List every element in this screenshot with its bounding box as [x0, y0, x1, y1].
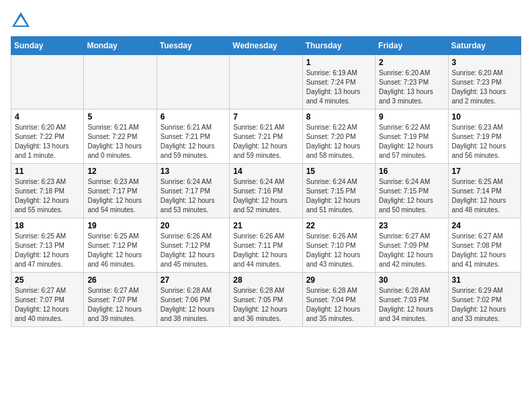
calendar-cell: 2Sunrise: 6:20 AM Sunset: 7:23 PM Daylig… [375, 55, 448, 109]
day-info: Sunrise: 6:23 AM Sunset: 7:19 PM Dayligh… [452, 124, 506, 159]
day-number: 3 [452, 58, 517, 67]
day-info: Sunrise: 6:28 AM Sunset: 7:04 PM Dayligh… [306, 287, 361, 322]
day-info: Sunrise: 6:28 AM Sunset: 7:03 PM Dayligh… [379, 287, 433, 322]
calendar-cell [11, 55, 84, 109]
calendar-cell: 22Sunrise: 6:26 AM Sunset: 7:10 PM Dayli… [302, 218, 375, 273]
day-number: 26 [87, 275, 152, 285]
calendar-cell: 9Sunrise: 6:22 AM Sunset: 7:19 PM Daylig… [375, 109, 448, 164]
calendar-cell: 4Sunrise: 6:20 AM Sunset: 7:22 PM Daylig… [11, 109, 84, 164]
day-number: 14 [233, 167, 298, 176]
day-info: Sunrise: 6:26 AM Sunset: 7:10 PM Dayligh… [306, 232, 361, 268]
calendar-cell: 26Sunrise: 6:27 AM Sunset: 7:07 PM Dayli… [84, 273, 157, 327]
calendar-cell: 29Sunrise: 6:28 AM Sunset: 7:04 PM Dayli… [302, 273, 375, 327]
day-number: 2 [379, 58, 444, 67]
day-number: 8 [306, 112, 371, 122]
calendar-cell: 20Sunrise: 6:26 AM Sunset: 7:12 PM Dayli… [157, 218, 229, 273]
day-number: 1 [306, 58, 371, 67]
calendar-cell: 5Sunrise: 6:21 AM Sunset: 7:22 PM Daylig… [84, 109, 157, 164]
calendar-cell: 19Sunrise: 6:25 AM Sunset: 7:12 PM Dayli… [84, 218, 157, 273]
day-number: 13 [161, 167, 226, 176]
col-header-wednesday: Wednesday [230, 37, 302, 55]
day-number: 18 [15, 221, 80, 230]
day-info: Sunrise: 6:27 AM Sunset: 7:07 PM Dayligh… [87, 287, 142, 322]
calendar-week-4: 18Sunrise: 6:25 AM Sunset: 7:13 PM Dayli… [11, 218, 521, 273]
day-info: Sunrise: 6:24 AM Sunset: 7:17 PM Dayligh… [161, 178, 215, 214]
day-number: 31 [452, 275, 517, 285]
col-header-friday: Friday [375, 37, 448, 55]
calendar-week-2: 4Sunrise: 6:20 AM Sunset: 7:22 PM Daylig… [11, 109, 521, 164]
day-number: 22 [306, 221, 371, 230]
calendar-table: SundayMondayTuesdayWednesdayThursdayFrid… [11, 36, 521, 327]
logo-icon [11, 11, 31, 31]
day-number: 6 [161, 112, 226, 122]
day-number: 9 [379, 112, 444, 122]
day-number: 5 [87, 112, 152, 122]
day-info: Sunrise: 6:26 AM Sunset: 7:11 PM Dayligh… [233, 232, 287, 268]
day-number: 11 [15, 167, 80, 176]
calendar-cell: 31Sunrise: 6:29 AM Sunset: 7:02 PM Dayli… [448, 273, 521, 327]
day-number: 7 [233, 112, 298, 122]
day-info: Sunrise: 6:24 AM Sunset: 7:15 PM Dayligh… [306, 178, 361, 214]
calendar-cell: 8Sunrise: 6:22 AM Sunset: 7:20 PM Daylig… [302, 109, 375, 164]
day-number: 19 [87, 221, 152, 230]
day-number: 30 [379, 275, 444, 285]
day-number: 28 [233, 275, 298, 285]
calendar-cell: 28Sunrise: 6:28 AM Sunset: 7:05 PM Dayli… [230, 273, 302, 327]
day-number: 16 [379, 167, 444, 176]
calendar-cell [84, 55, 157, 109]
day-info: Sunrise: 6:27 AM Sunset: 7:09 PM Dayligh… [379, 232, 433, 268]
day-info: Sunrise: 6:28 AM Sunset: 7:06 PM Dayligh… [161, 287, 215, 322]
day-number: 23 [379, 221, 444, 230]
day-info: Sunrise: 6:25 AM Sunset: 7:12 PM Dayligh… [87, 232, 142, 268]
col-header-monday: Monday [84, 37, 157, 55]
day-info: Sunrise: 6:22 AM Sunset: 7:20 PM Dayligh… [306, 124, 361, 159]
calendar-cell [230, 55, 302, 109]
day-number: 4 [15, 112, 80, 122]
calendar-cell: 23Sunrise: 6:27 AM Sunset: 7:09 PM Dayli… [375, 218, 448, 273]
calendar-cell: 30Sunrise: 6:28 AM Sunset: 7:03 PM Dayli… [375, 273, 448, 327]
day-info: Sunrise: 6:19 AM Sunset: 7:24 PM Dayligh… [306, 69, 361, 105]
col-header-saturday: Saturday [448, 37, 521, 55]
calendar-cell: 7Sunrise: 6:21 AM Sunset: 7:21 PM Daylig… [230, 109, 302, 164]
calendar-cell: 27Sunrise: 6:28 AM Sunset: 7:06 PM Dayli… [157, 273, 229, 327]
calendar-week-5: 25Sunrise: 6:27 AM Sunset: 7:07 PM Dayli… [11, 273, 521, 327]
day-info: Sunrise: 6:24 AM Sunset: 7:15 PM Dayligh… [379, 178, 433, 214]
day-info: Sunrise: 6:20 AM Sunset: 7:23 PM Dayligh… [452, 69, 506, 105]
page-header [11, 11, 521, 31]
calendar-cell: 14Sunrise: 6:24 AM Sunset: 7:16 PM Dayli… [230, 164, 302, 218]
calendar-cell: 11Sunrise: 6:23 AM Sunset: 7:18 PM Dayli… [11, 164, 84, 218]
day-info: Sunrise: 6:25 AM Sunset: 7:13 PM Dayligh… [15, 232, 69, 268]
day-info: Sunrise: 6:24 AM Sunset: 7:16 PM Dayligh… [233, 178, 287, 214]
day-number: 17 [452, 167, 517, 176]
calendar-cell: 18Sunrise: 6:25 AM Sunset: 7:13 PM Dayli… [11, 218, 84, 273]
calendar-cell: 17Sunrise: 6:25 AM Sunset: 7:14 PM Dayli… [448, 164, 521, 218]
header-row: SundayMondayTuesdayWednesdayThursdayFrid… [11, 37, 521, 55]
col-header-sunday: Sunday [11, 37, 84, 55]
day-number: 10 [452, 112, 517, 122]
day-info: Sunrise: 6:21 AM Sunset: 7:22 PM Dayligh… [87, 124, 142, 159]
day-info: Sunrise: 6:27 AM Sunset: 7:08 PM Dayligh… [452, 232, 506, 268]
day-number: 25 [15, 275, 80, 285]
calendar-cell: 13Sunrise: 6:24 AM Sunset: 7:17 PM Dayli… [157, 164, 229, 218]
calendar-cell: 21Sunrise: 6:26 AM Sunset: 7:11 PM Dayli… [230, 218, 302, 273]
calendar-cell: 3Sunrise: 6:20 AM Sunset: 7:23 PM Daylig… [448, 55, 521, 109]
day-info: Sunrise: 6:20 AM Sunset: 7:23 PM Dayligh… [379, 69, 433, 105]
day-info: Sunrise: 6:26 AM Sunset: 7:12 PM Dayligh… [161, 232, 215, 268]
day-number: 27 [161, 275, 226, 285]
calendar-cell: 25Sunrise: 6:27 AM Sunset: 7:07 PM Dayli… [11, 273, 84, 327]
day-number: 20 [161, 221, 226, 230]
day-info: Sunrise: 6:21 AM Sunset: 7:21 PM Dayligh… [233, 124, 287, 159]
day-number: 21 [233, 221, 298, 230]
calendar-cell: 6Sunrise: 6:21 AM Sunset: 7:21 PM Daylig… [157, 109, 229, 164]
day-info: Sunrise: 6:29 AM Sunset: 7:02 PM Dayligh… [452, 287, 506, 322]
calendar-week-1: 1Sunrise: 6:19 AM Sunset: 7:24 PM Daylig… [11, 55, 521, 109]
day-info: Sunrise: 6:27 AM Sunset: 7:07 PM Dayligh… [15, 287, 69, 322]
day-number: 24 [452, 221, 517, 230]
calendar-week-3: 11Sunrise: 6:23 AM Sunset: 7:18 PM Dayli… [11, 164, 521, 218]
logo[interactable] [11, 11, 34, 31]
col-header-tuesday: Tuesday [157, 37, 229, 55]
calendar-cell: 1Sunrise: 6:19 AM Sunset: 7:24 PM Daylig… [302, 55, 375, 109]
calendar-cell: 15Sunrise: 6:24 AM Sunset: 7:15 PM Dayli… [302, 164, 375, 218]
day-info: Sunrise: 6:23 AM Sunset: 7:18 PM Dayligh… [15, 178, 69, 214]
day-info: Sunrise: 6:23 AM Sunset: 7:17 PM Dayligh… [87, 178, 142, 214]
